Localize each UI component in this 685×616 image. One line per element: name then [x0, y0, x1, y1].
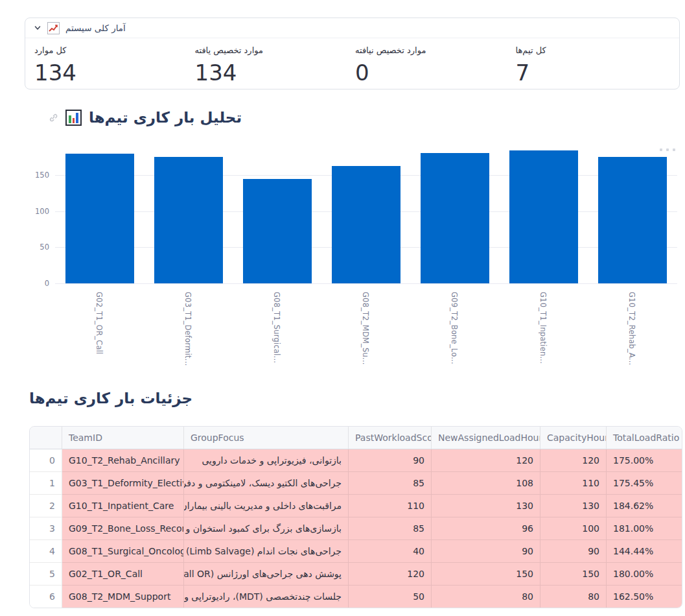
metrics-row: کل موارد134موارد تخصیص یافته134موارد تخص…	[34, 45, 676, 85]
table-row: 6G08_T2_MDM_Supportجلسات چندتخصصی (MDT)،…	[30, 586, 682, 608]
chart-bar[interactable]	[509, 150, 578, 283]
chart-bar[interactable]	[598, 157, 667, 283]
new-assigned-cell[interactable]: 130	[432, 495, 540, 517]
capacity-cell[interactable]: 100	[540, 517, 607, 540]
metric-label: کل تیم‌ها	[516, 45, 677, 55]
team-id-cell[interactable]: G10_T2_Rehab_Ancillary	[62, 449, 184, 472]
team-id-cell[interactable]: G09_T2_Bone_Loss_Recon	[62, 517, 184, 540]
y-gridline	[55, 283, 677, 284]
metric-value: 134	[34, 61, 195, 85]
past-workload-cell[interactable]: 50	[349, 586, 432, 608]
team-id-cell[interactable]: G03_T1_Deformity_Elective	[62, 472, 184, 495]
new-assigned-cell[interactable]: 96	[432, 517, 540, 540]
y-axis-tick-label: 150	[25, 171, 49, 180]
total-load-ratio-cell[interactable]: 184.62%	[607, 495, 682, 517]
column-header-GroupFocus[interactable]: GroupFocus	[184, 427, 349, 449]
team-id-cell[interactable]: G08_T2_MDM_Support	[62, 586, 184, 608]
new-assigned-cell[interactable]: 120	[432, 449, 540, 472]
capacity-cell[interactable]: 150	[540, 563, 607, 586]
y-axis-tick-label: 0	[25, 279, 49, 288]
team-id-cell[interactable]: G08_T1_Surgical_Oncology	[62, 540, 184, 563]
capacity-cell[interactable]: 90	[540, 540, 607, 563]
group-focus-cell[interactable]: جراحی‌های الکتیو دیسک، لامینکتومی و دفرم…	[184, 472, 349, 495]
index-cell[interactable]: 2	[30, 495, 62, 517]
expander-header[interactable]: آمار کلی سیستم	[25, 18, 679, 38]
metric: موارد تخصیص یافته134	[195, 45, 356, 85]
x-axis-tick-label: G08_T1_Surgical...	[272, 292, 281, 363]
x-axis-tick-label: G08_T2_MDM_Su...	[361, 292, 370, 365]
column-header-CapacityHours[interactable]: CapacityHours	[540, 427, 607, 449]
workload-bar-chart: 050100150G02_T1_OR_CallG03_T1_Deformit..…	[0, 139, 685, 379]
anchor-link-icon[interactable]	[49, 113, 58, 123]
column-header-index[interactable]	[30, 427, 62, 449]
x-axis-tick-label: G02_T1_OR_Call	[95, 292, 104, 354]
chevron-down-icon	[34, 24, 41, 32]
group-focus-cell[interactable]: جراحی‌های نجات اندام (Limb Salvage) و بی…	[184, 540, 349, 563]
total-load-ratio-cell[interactable]: 181.00%	[607, 517, 682, 540]
table-row: 2G10_T1_Inpatient_Careمراقبت‌های داخلی و…	[30, 495, 682, 517]
system-stats-expander: آمار کلی سیستم کل موارد134موارد تخصیص یا…	[25, 18, 680, 89]
total-load-ratio-cell[interactable]: 144.44%	[607, 540, 682, 563]
group-focus-cell[interactable]: جلسات چندتخصصی (MDT)، رادیوتراپی و پیگیر…	[184, 586, 349, 608]
y-axis-tick-label: 100	[25, 207, 49, 216]
table-row: 4G08_T1_Surgical_Oncologyجراحی‌های نجات …	[30, 540, 682, 563]
chart-increasing-icon	[47, 22, 60, 34]
index-cell[interactable]: 6	[30, 586, 62, 608]
chart-bar[interactable]	[65, 154, 134, 283]
chart-bar[interactable]	[243, 179, 312, 283]
chart-bar[interactable]	[421, 153, 489, 283]
column-header-PastWorkloadScore[interactable]: PastWorkloadScore	[349, 427, 432, 449]
team-id-cell[interactable]: G02_T1_OR_Call	[62, 563, 184, 586]
chart-section-header: تحلیل بار کاری تیم‌ها	[49, 109, 242, 126]
table-section-title: جزئیات بار کاری تیم‌ها	[29, 390, 192, 407]
group-focus-cell[interactable]: بازتوانی، فیزیوتراپی و خدمات دارویی	[184, 449, 349, 472]
metric-label: موارد تخصیص یافته	[195, 45, 356, 55]
capacity-cell[interactable]: 80	[540, 586, 607, 608]
metric: کل موارد134	[34, 45, 195, 85]
table-row: 5G02_T1_OR_Callپوشش دهی جراحی‌های اورژان…	[30, 563, 682, 586]
past-workload-cell[interactable]: 85	[349, 517, 432, 540]
new-assigned-cell[interactable]: 80	[432, 586, 540, 608]
group-focus-cell[interactable]: مراقبت‌های داخلی و مدیریت بالینی بیماران…	[184, 495, 349, 517]
column-header-NewAssignedLoadHours[interactable]: NewAssignedLoadHours	[432, 427, 540, 449]
past-workload-cell[interactable]: 110	[349, 495, 432, 517]
group-focus-cell[interactable]: بازسازی‌های بزرگ برای کمبود استخوان و آل…	[184, 517, 349, 540]
chart-bar[interactable]	[154, 157, 223, 283]
capacity-cell[interactable]: 130	[540, 495, 607, 517]
new-assigned-cell[interactable]: 90	[432, 540, 540, 563]
x-axis-tick-label: G10_T1_Inpatien...	[539, 292, 548, 364]
total-load-ratio-cell[interactable]: 175.45%	[607, 472, 682, 495]
metric-value: 7	[516, 61, 677, 85]
past-workload-cell[interactable]: 120	[349, 563, 432, 586]
new-assigned-cell[interactable]: 108	[432, 472, 540, 495]
y-axis-tick-label: 50	[25, 243, 49, 252]
workload-details-table[interactable]: TeamIDGroupFocusPastWorkloadScoreNewAssi…	[29, 426, 682, 608]
column-header-TotalLoadRatio[interactable]: TotalLoadRatio	[607, 427, 682, 449]
x-axis-tick-label: G10_T2_Rehab_A...	[627, 292, 636, 365]
plotly-modebar-button[interactable]	[660, 148, 675, 151]
capacity-cell[interactable]: 120	[540, 449, 607, 472]
past-workload-cell[interactable]: 90	[349, 449, 432, 472]
total-load-ratio-cell[interactable]: 162.50%	[607, 586, 682, 608]
index-cell[interactable]: 3	[30, 517, 62, 540]
group-focus-cell[interactable]: پوشش دهی جراحی‌های اورژانس (On-Call OR)	[184, 563, 349, 586]
column-header-TeamID[interactable]: TeamID	[62, 427, 184, 449]
index-cell[interactable]: 0	[30, 449, 62, 472]
index-cell[interactable]: 1	[30, 472, 62, 495]
total-load-ratio-cell[interactable]: 180.00%	[607, 563, 682, 586]
table-row: 3G09_T2_Bone_Loss_Reconبازسازی‌های بزرگ …	[30, 517, 682, 540]
index-cell[interactable]: 4	[30, 540, 62, 563]
metric: کل تیم‌ها7	[516, 45, 677, 85]
past-workload-cell[interactable]: 40	[349, 540, 432, 563]
new-assigned-cell[interactable]: 150	[432, 563, 540, 586]
table-row: 1G03_T1_Deformity_Electiveجراحی‌های الکت…	[30, 472, 682, 495]
table-row: 0G10_T2_Rehab_Ancillaryبازتوانی، فیزیوتر…	[30, 449, 682, 472]
x-axis-tick-label: G09_T2_Bone_Lo...	[450, 292, 459, 364]
team-id-cell[interactable]: G10_T1_Inpatient_Care	[62, 495, 184, 517]
index-cell[interactable]: 5	[30, 563, 62, 586]
capacity-cell[interactable]: 110	[540, 472, 607, 495]
past-workload-cell[interactable]: 85	[349, 472, 432, 495]
metric-label: موارد تخصیص نیافته	[355, 45, 516, 55]
total-load-ratio-cell[interactable]: 175.00%	[607, 449, 682, 472]
chart-bar[interactable]	[332, 166, 401, 283]
